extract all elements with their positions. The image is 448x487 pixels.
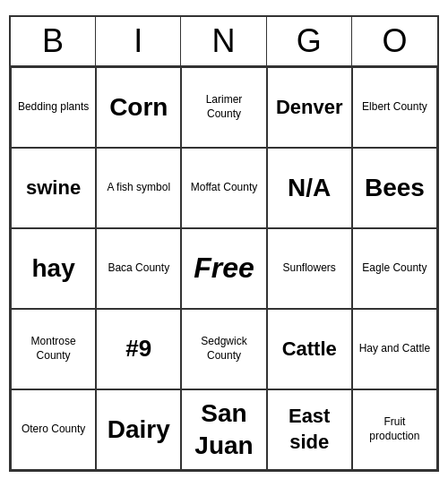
bingo-cell-0-4: Elbert County (352, 67, 437, 148)
bingo-cell-1-2: Moffat County (181, 148, 266, 228)
bingo-cell-0-1: Corn (96, 67, 181, 148)
bingo-cell-4-4: Fruit production (352, 389, 437, 470)
bingo-cell-4-0: Otero County (11, 389, 96, 470)
bingo-cell-2-2: Free (181, 228, 266, 309)
bingo-cell-4-1: Dairy (96, 389, 181, 470)
bingo-cell-3-3: Cattle (267, 309, 352, 389)
bingo-cell-1-4: Bees (352, 148, 437, 228)
bingo-cell-3-4: Hay and Cattle (352, 309, 437, 389)
bingo-header-letter: B (11, 17, 96, 65)
bingo-cell-3-1: #9 (96, 309, 181, 389)
bingo-cell-1-0: swine (11, 148, 96, 228)
bingo-cell-3-0: Montrose County (11, 309, 96, 389)
bingo-cell-0-2: Larimer County (181, 67, 266, 148)
bingo-cell-2-3: Sunflowers (267, 228, 352, 309)
bingo-header-letter: G (267, 17, 352, 65)
bingo-cell-4-2: San Juan (181, 389, 266, 470)
bingo-cell-1-3: N/A (267, 148, 352, 228)
bingo-header-letter: O (352, 17, 437, 65)
bingo-cell-0-3: Denver (267, 67, 352, 148)
bingo-header-letter: I (96, 17, 181, 65)
bingo-cell-4-3: East side (267, 389, 352, 470)
bingo-card: BINGO Bedding plantsCornLarimer CountyDe… (9, 15, 439, 472)
bingo-cell-0-0: Bedding plants (11, 67, 96, 148)
bingo-header-letter: N (181, 17, 266, 65)
bingo-cell-2-0: hay (11, 228, 96, 309)
bingo-grid: Bedding plantsCornLarimer CountyDenverEl… (11, 67, 437, 470)
bingo-cell-1-1: A fish symbol (96, 148, 181, 228)
bingo-cell-2-1: Baca County (96, 228, 181, 309)
bingo-header: BINGO (11, 17, 437, 67)
bingo-cell-3-2: Sedgwick County (181, 309, 266, 389)
bingo-cell-2-4: Eagle County (352, 228, 437, 309)
